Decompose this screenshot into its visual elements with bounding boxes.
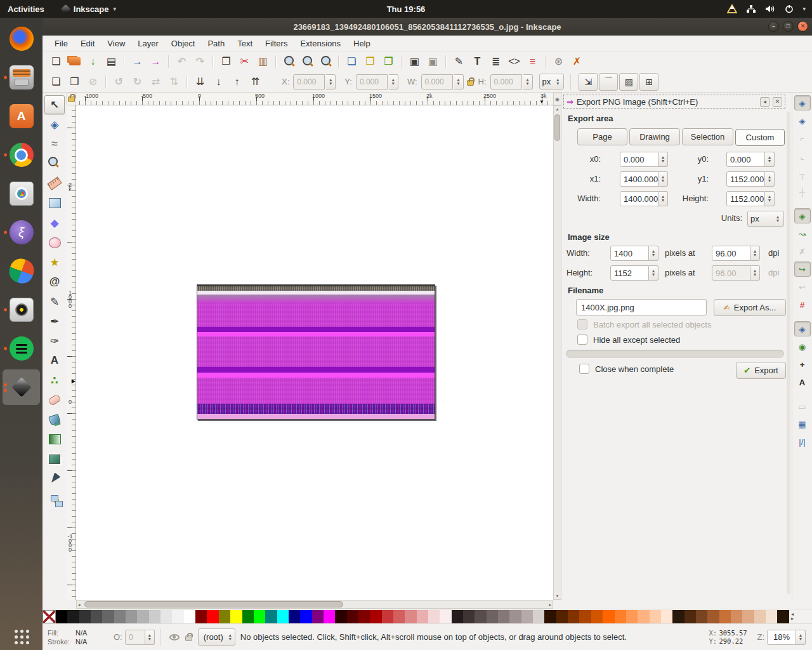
batch-export-checkbox-row[interactable]: Batch export all selected objects — [577, 319, 711, 329]
print-button[interactable]: ▤ — [103, 53, 120, 69]
duplicate-button[interactable]: ❏ — [343, 53, 360, 69]
color-swatch[interactable] — [661, 610, 672, 623]
snap-bbox-corners[interactable]: ⌞ — [794, 149, 811, 164]
color-swatch[interactable] — [568, 610, 579, 623]
color-swatch[interactable] — [230, 610, 242, 623]
snap-guides[interactable]: |/| — [794, 434, 811, 449]
transform-patterns-toggle[interactable]: ⊞ — [639, 73, 658, 91]
opacity-field[interactable]: 0 — [125, 630, 145, 645]
color-swatch[interactable] — [556, 610, 568, 623]
menu-item[interactable]: Extensions — [294, 37, 346, 50]
color-swatch[interactable] — [754, 610, 766, 623]
color-swatch[interactable] — [126, 610, 137, 623]
color-swatch[interactable] — [160, 610, 172, 623]
fill-stroke-dialog-button[interactable]: ✎ — [450, 53, 468, 69]
color-swatch[interactable] — [731, 610, 742, 623]
checkbox[interactable] — [577, 319, 587, 329]
lower-to-bottom-button[interactable]: ⇊ — [192, 74, 209, 90]
undo-button[interactable]: ↶ — [173, 53, 190, 69]
vertical-scrollbar[interactable]: ▴ ▾ — [553, 105, 561, 600]
x1-field[interactable]: 1400.000 — [620, 171, 668, 187]
rotate-ccw-button[interactable]: ↺ — [110, 74, 128, 90]
color-swatch[interactable] — [91, 610, 102, 623]
tool-dropper[interactable] — [44, 469, 65, 488]
copy-button[interactable]: ❐ — [218, 53, 235, 69]
color-swatch[interactable] — [475, 610, 486, 623]
toolbar-button[interactable] — [168, 55, 169, 68]
layers-dialog-button[interactable]: ≣ — [487, 53, 504, 69]
opacity-spinner[interactable] — [145, 630, 155, 645]
tool-3d-box[interactable]: ◆ — [44, 213, 65, 232]
tool-pencil[interactable]: ✎ — [44, 292, 65, 311]
color-swatch[interactable] — [766, 610, 777, 623]
document-image[interactable] — [197, 284, 435, 420]
menu-item[interactable]: Path — [202, 37, 230, 50]
transform-gradients-toggle[interactable]: ▨ — [619, 73, 638, 91]
color-swatch[interactable] — [277, 610, 289, 623]
snap-cusp-nodes[interactable]: ↪ — [794, 262, 811, 277]
align-dialog-button[interactable]: ≡ — [524, 53, 541, 69]
color-swatch[interactable] — [615, 610, 626, 623]
color-swatch[interactable] — [509, 610, 521, 623]
horizontal-scrollbar[interactable]: ◂ ▸ — [76, 600, 553, 609]
color-swatch[interactable] — [137, 610, 148, 623]
layer-dropdown[interactable]: (root) — [198, 628, 235, 646]
color-swatch[interactable] — [638, 610, 649, 623]
tool-calligraphy[interactable]: ✑ — [44, 331, 65, 350]
layer-lock-icon[interactable] — [185, 635, 192, 641]
vertical-ruler[interactable]: 2k10000-1000 ▶ — [67, 105, 76, 600]
export-area-selection-button[interactable]: Selection — [682, 128, 733, 145]
clock[interactable]: Thu 19:56 — [0, 4, 812, 14]
palette-scroll-arrows[interactable]: ◂▸ — [791, 612, 794, 621]
dock-inkscape[interactable] — [3, 369, 40, 405]
zoom-field[interactable]: 18% — [767, 630, 796, 645]
color-swatch[interactable] — [684, 610, 696, 623]
no-color-swatch[interactable] — [43, 610, 56, 623]
color-swatch[interactable] — [487, 610, 498, 623]
menu-item[interactable]: Text — [232, 37, 258, 50]
w-field-spinner[interactable] — [454, 74, 464, 90]
scrollbar-thumb[interactable] — [554, 114, 560, 141]
canvas[interactable] — [76, 105, 553, 600]
ungroup-button[interactable]: ▣ — [424, 53, 442, 69]
menu-item[interactable]: Object — [166, 37, 201, 50]
snap-toggle[interactable]: ◈ — [794, 95, 811, 110]
show-applications-button[interactable] — [13, 628, 30, 645]
area-width-field[interactable]: 1400.000 — [620, 191, 668, 207]
layer-visibility-icon[interactable] — [169, 634, 180, 640]
color-swatch[interactable] — [777, 610, 789, 623]
color-swatch[interactable] — [335, 610, 346, 623]
y-field-spinner[interactable] — [389, 74, 398, 90]
color-swatch[interactable] — [533, 610, 544, 623]
activities-button[interactable]: Activities — [8, 4, 44, 14]
snap-rotation-centers[interactable]: + — [794, 357, 811, 372]
transform-corners-toggle[interactable]: ⌒ — [599, 73, 618, 91]
filename-input[interactable]: 1400X.jpg.png — [576, 299, 707, 315]
dock-firefox[interactable] — [3, 21, 40, 56]
ruler-corner[interactable] — [67, 93, 76, 105]
snap-bbox-centers[interactable]: ┼ — [794, 184, 811, 199]
snap-text-baseline[interactable]: A — [794, 375, 811, 390]
x-field[interactable]: 0.000 — [293, 74, 325, 90]
raise-to-top-button[interactable]: ⇈ — [247, 74, 264, 90]
tool-star[interactable]: ★ — [44, 253, 65, 272]
color-swatch[interactable] — [626, 610, 638, 623]
toolbar-button[interactable] — [187, 76, 188, 88]
zoom-control[interactable]: 18% — [767, 630, 806, 645]
unlink-clone-button[interactable]: ❐ — [380, 53, 397, 69]
color-swatch[interactable] — [742, 610, 754, 623]
zoom-selection-button[interactable] — [280, 53, 298, 69]
units-dropdown[interactable]: px — [747, 211, 784, 227]
color-swatch[interactable] — [195, 610, 207, 623]
color-swatch[interactable] — [544, 610, 556, 623]
snap-grid[interactable]: ▦ — [794, 416, 811, 432]
cut-button[interactable]: ✂ — [236, 53, 253, 69]
menu-item[interactable]: Edit — [75, 37, 100, 50]
x0-field[interactable]: 0.000 — [620, 152, 668, 168]
new-document-button[interactable]: ❏ — [48, 53, 65, 69]
menu-item[interactable]: Filters — [259, 37, 293, 50]
color-swatch[interactable] — [67, 610, 79, 623]
color-swatch[interactable] — [463, 610, 475, 623]
export-button[interactable]: ✔ Export — [736, 362, 786, 379]
minimize-button[interactable]: – — [768, 21, 779, 32]
